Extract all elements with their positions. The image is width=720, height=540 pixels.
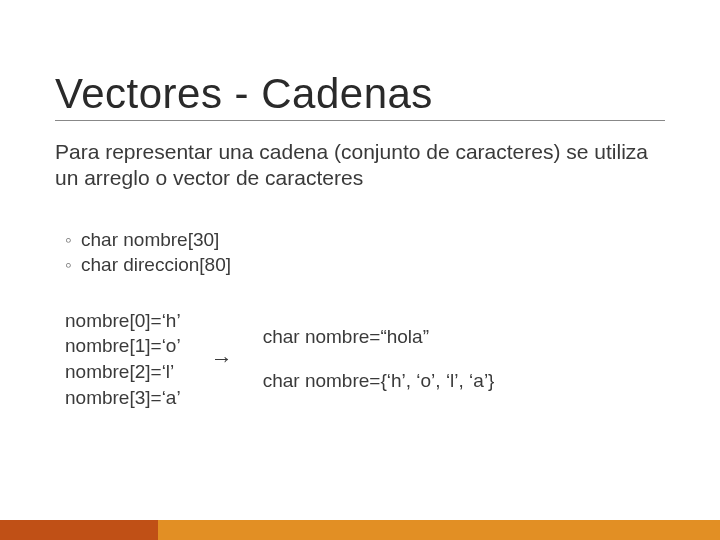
footer-accent-1 xyxy=(0,520,158,540)
footer-bar xyxy=(0,520,720,540)
example-left: nombre[0]=‘h’ nombre[1]=‘o’ nombre[2]=‘l… xyxy=(65,308,181,411)
footer-accent-2 xyxy=(158,520,720,540)
code-line: char nombre=“hola” xyxy=(263,324,495,350)
example-right: char nombre=“hola” char nombre={‘h’, ‘o’… xyxy=(263,324,495,393)
code-line: char nombre={‘h’, ‘o’, ‘l’, ‘a’} xyxy=(263,368,495,394)
example-columns: nombre[0]=‘h’ nombre[1]=‘o’ nombre[2]=‘l… xyxy=(65,308,665,411)
code-line: nombre[0]=‘h’ xyxy=(65,308,181,334)
code-line: nombre[1]=‘o’ xyxy=(65,333,181,359)
arrow-icon: → xyxy=(211,346,233,372)
slide-title: Vectores - Cadenas xyxy=(55,70,665,121)
intro-text: Para representar una cadena (conjunto de… xyxy=(55,139,665,192)
bullet-item: char nombre[30] xyxy=(65,227,665,253)
bullet-list: char nombre[30] char direccion[80] xyxy=(65,227,665,278)
slide: Vectores - Cadenas Para representar una … xyxy=(0,0,720,540)
code-line: nombre[2]=‘l’ xyxy=(65,359,181,385)
bullet-item: char direccion[80] xyxy=(65,252,665,278)
code-line: nombre[3]=‘a’ xyxy=(65,385,181,411)
